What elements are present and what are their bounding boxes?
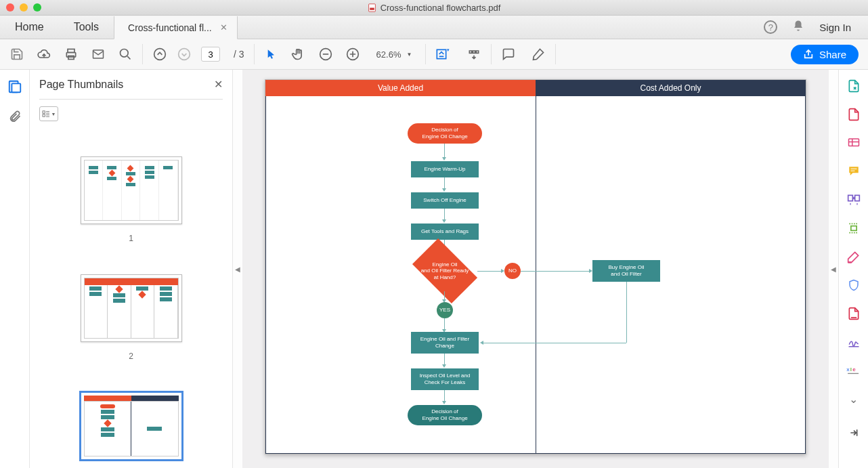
flow-process: Inspect Oil Level and Check For Leaks [411, 368, 479, 390]
thumbnails-panel-icon[interactable] [7, 79, 22, 94]
flow-process: Switch Off Engine [411, 192, 479, 209]
thumbnail-number: 1 [129, 234, 133, 243]
zoom-out-icon[interactable] [318, 47, 333, 62]
help-icon[interactable]: ? [764, 20, 777, 34]
zoom-select[interactable]: 62.6%▼ [372, 49, 416, 60]
svg-point-6 [121, 49, 129, 58]
svg-text:x: x [846, 366, 850, 373]
tab-home[interactable]: Home [0, 16, 59, 39]
highlight-icon[interactable] [531, 47, 546, 62]
flow-decision: Engine Oil and Oil Filter Ready at Hand? [421, 261, 469, 281]
swimlane-header-right: Cost Added Only [536, 80, 806, 96]
sign-icon[interactable] [846, 334, 862, 350]
flow-process: Engine Warm-Up [411, 161, 479, 177]
panel-options-button[interactable]: ▼ [39, 106, 58, 121]
window-titlebar: Cross-functional flowcharts.pdf [0, 0, 868, 16]
panel-title: Page Thumbnails [39, 79, 123, 91]
create-pdf-icon[interactable] [846, 106, 862, 123]
edit-pdf-icon[interactable] [846, 135, 862, 151]
zoom-in-icon[interactable] [345, 47, 360, 62]
thumbnails-panel: Page Thumbnails ✕ ▼ 1 [30, 70, 233, 468]
svg-rect-14 [43, 111, 45, 113]
comment-tool-icon[interactable] [846, 163, 862, 179]
fit-width-icon[interactable]: ▾ [435, 47, 450, 62]
attachments-icon[interactable] [7, 109, 22, 124]
save-icon[interactable] [9, 47, 24, 62]
sign-in-button[interactable]: Sign In [819, 22, 851, 33]
page-number-input[interactable] [201, 47, 220, 62]
comment-icon[interactable] [501, 47, 516, 62]
page-up-icon[interactable] [152, 47, 167, 62]
thumbnail-number: 2 [129, 352, 133, 361]
hand-icon[interactable] [291, 47, 306, 62]
search-icon[interactable] [118, 47, 133, 62]
fill-sign-red-icon[interactable] [846, 305, 862, 322]
main-toolbar: / 3 62.6%▼ ▾ Share [0, 39, 868, 70]
svg-rect-19 [850, 226, 856, 231]
redact-icon[interactable] [846, 249, 862, 265]
flow-connector-yes: YES [437, 302, 453, 318]
protect-icon[interactable] [846, 277, 862, 293]
document-tab[interactable]: Cross-functional fl... ✕ [114, 16, 238, 39]
compress-icon[interactable] [846, 220, 862, 236]
document-page: Value Added Cost Added Only Decision of … [265, 79, 806, 454]
page-thumbnail[interactable] [81, 274, 182, 342]
svg-rect-1 [370, 7, 374, 9]
page-thumbnail-selected[interactable] [81, 392, 182, 460]
flow-process: Get Tools and Rags [411, 224, 479, 240]
left-sidebar [0, 70, 30, 468]
print-icon[interactable] [64, 47, 79, 62]
svg-text:l: l [850, 366, 851, 373]
more-tools-icon[interactable]: ⌄ [846, 391, 862, 407]
collapse-panel-handle[interactable]: ◀ [233, 70, 242, 468]
right-toolbar: xle ⌄ [838, 70, 868, 468]
app-tabs: Home Tools Cross-functional fl... ✕ ? Si… [0, 16, 868, 39]
organize-icon[interactable] [846, 192, 862, 208]
convert-icon[interactable]: xle [846, 362, 862, 379]
share-button[interactable]: Share [791, 45, 859, 64]
svg-rect-17 [848, 195, 852, 200]
scroll-mode-icon[interactable] [466, 47, 481, 62]
flow-process-buy: Buy Engine Oil and Oil Filter [592, 260, 660, 282]
bell-icon[interactable] [792, 20, 804, 35]
svg-rect-15 [43, 114, 45, 116]
expand-right-panel-handle[interactable]: ◀ [829, 70, 838, 468]
page-down-icon [177, 47, 192, 62]
window-title: Cross-functional flowcharts.pdf [381, 3, 501, 13]
document-tab-label: Cross-functional fl... [128, 22, 212, 33]
tab-tools[interactable]: Tools [59, 16, 114, 39]
mail-icon[interactable] [91, 47, 106, 62]
export-pdf-icon[interactable] [846, 78, 862, 94]
page-thumbnail[interactable] [81, 156, 182, 224]
pointer-icon[interactable] [264, 47, 279, 62]
svg-text:e: e [852, 366, 856, 373]
swimlane-header-left: Value Added [265, 80, 536, 96]
document-canvas[interactable]: Value Added Cost Added Only Decision of … [242, 70, 829, 468]
flow-end: Decision of Engine Oil Change [408, 405, 482, 425]
pdf-badge-icon [368, 3, 376, 12]
page-total-label: / 3 [234, 49, 244, 60]
svg-rect-18 [854, 195, 859, 200]
close-panel-button[interactable]: ✕ [214, 78, 223, 91]
svg-rect-11 [437, 49, 446, 58]
collapse-right-icon[interactable] [846, 425, 862, 441]
flow-process: Engine Oil and Filter Change [411, 332, 479, 354]
svg-point-7 [154, 49, 166, 60]
svg-point-8 [179, 49, 190, 60]
svg-rect-13 [12, 83, 20, 92]
cloud-upload-icon[interactable] [37, 47, 51, 62]
close-tab-button[interactable]: ✕ [220, 22, 227, 33]
flow-start: Decision of Engine Oil Change [408, 123, 482, 144]
flow-connector-no: NO [504, 263, 521, 279]
